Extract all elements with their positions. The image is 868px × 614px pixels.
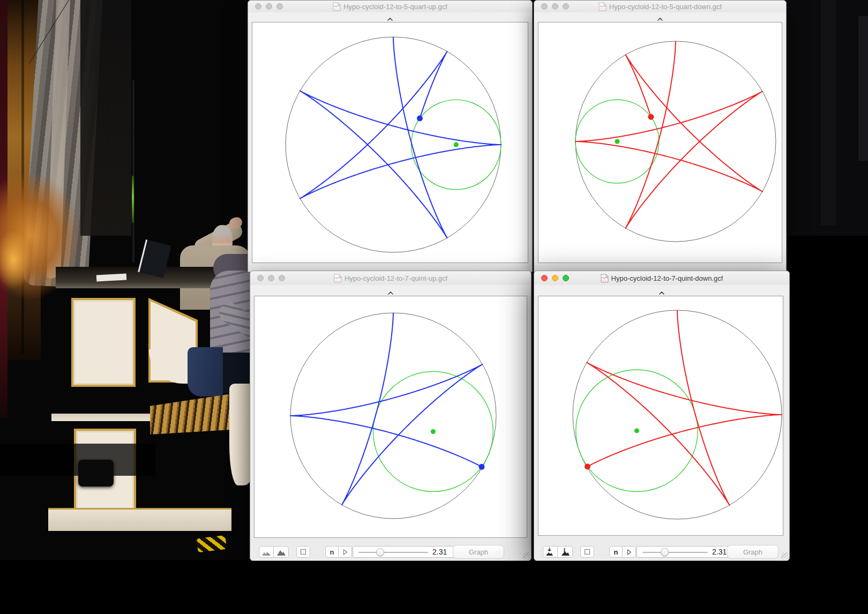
window-quint-up: Hypo-cycloid-12-to-7-quint-up.gcf n xyxy=(250,271,532,561)
graph-canvas[interactable] xyxy=(538,22,782,263)
photo-curtain-shadow xyxy=(80,0,131,236)
window-quart-up: Hypo-cycloid-12-to-5-quart-up.gcf xyxy=(248,0,533,272)
photo-mic-stand xyxy=(132,80,134,263)
photo-light-dot xyxy=(48,515,52,519)
zoom-button[interactable] xyxy=(563,275,569,281)
n-slider[interactable]: 2.31 xyxy=(353,546,469,558)
chevron-up-icon[interactable] xyxy=(657,18,663,21)
chevron-up-icon[interactable] xyxy=(387,291,394,295)
hypocycloid-plot xyxy=(538,23,782,263)
slider-thumb[interactable] xyxy=(376,548,384,556)
hypocycloid-plot xyxy=(538,296,783,535)
titlebar[interactable]: Hypo-cycloid-12-to-7-quint-down.gcf xyxy=(534,271,789,286)
hypocycloid-plot xyxy=(255,296,527,537)
parameter-n-label: n xyxy=(614,548,618,556)
toolbar: n 2.31 Graph xyxy=(534,545,789,559)
animate-button[interactable] xyxy=(623,546,636,558)
graph-document-icon xyxy=(601,274,609,283)
square-outline-icon xyxy=(300,549,306,555)
frame-toggle-button[interactable] xyxy=(296,546,310,558)
chevron-up-icon[interactable] xyxy=(659,291,665,295)
increase-resolution-button[interactable] xyxy=(274,546,289,558)
traffic-lights xyxy=(257,275,285,281)
graph-canvas[interactable] xyxy=(538,296,783,536)
mountain-peak-icon xyxy=(276,548,286,556)
parameter-n-button[interactable]: n xyxy=(609,546,623,558)
n-value: 2.31 xyxy=(712,548,727,556)
decrease-resolution-button[interactable] xyxy=(259,546,274,558)
slider-track[interactable] xyxy=(358,552,428,553)
graph-document-icon xyxy=(598,2,607,11)
zoom-button[interactable] xyxy=(276,3,283,10)
equation-pane-strip xyxy=(534,285,789,296)
minimize-button[interactable] xyxy=(266,3,272,10)
animate-button[interactable] xyxy=(339,546,352,558)
mountains-small-icon xyxy=(261,548,271,556)
minimize-button[interactable] xyxy=(552,3,558,10)
minimize-button[interactable] xyxy=(552,275,558,281)
window-title: Hypo-cycloid-12-to-5-quart-down.gcf xyxy=(609,3,722,11)
traffic-lights xyxy=(541,275,569,281)
square-outline-icon xyxy=(584,549,590,555)
resize-grip[interactable] xyxy=(523,552,530,559)
titlebar[interactable]: Hypo-cycloid-12-to-5-quart-down.gcf xyxy=(534,1,786,13)
slider-track[interactable] xyxy=(642,552,708,553)
traffic-lights xyxy=(255,3,283,10)
window-title: Hypo-cycloid-12-to-7-quint-down.gcf xyxy=(611,274,723,282)
photo-green-glint xyxy=(132,176,134,223)
graph-button-label: Graph xyxy=(469,548,488,556)
zoom-button[interactable] xyxy=(279,275,285,281)
resize-grip[interactable] xyxy=(781,552,788,559)
equation-pane-strip xyxy=(250,285,531,296)
graph-document-icon xyxy=(334,274,342,283)
close-button[interactable] xyxy=(541,275,548,281)
titlebar[interactable]: Hypo-cycloid-12-to-5-quart-up.gcf xyxy=(248,1,532,13)
close-button[interactable] xyxy=(541,3,548,10)
zoom-button[interactable] xyxy=(563,3,569,10)
close-button[interactable] xyxy=(255,3,261,10)
equation-pane-strip xyxy=(534,12,786,22)
toolbar: n 2.31 Graph xyxy=(250,545,531,559)
window-quart-down: Hypo-cycloid-12-to-5-quart-down.gcf xyxy=(534,0,787,272)
window-quint-down: Hypo-cycloid-12-to-7-quint-down.gcf n xyxy=(534,271,790,561)
mountain-arrow-down-icon xyxy=(545,548,555,556)
decrease-resolution-button[interactable] xyxy=(543,546,558,558)
titlebar[interactable]: Hypo-cycloid-12-to-7-quint-up.gcf xyxy=(250,271,531,286)
graph-button-label: Graph xyxy=(743,548,762,556)
photo-stage-shadow xyxy=(0,444,155,476)
mountain-arrow-updown-icon xyxy=(560,548,570,556)
parameter-n-label: n xyxy=(330,548,334,556)
chevron-up-icon[interactable] xyxy=(387,18,393,21)
hypocycloid-plot xyxy=(252,23,528,263)
n-value: 2.31 xyxy=(432,548,447,556)
frame-toggle-button[interactable] xyxy=(580,546,594,558)
graph-document-icon xyxy=(333,2,341,11)
traffic-lights xyxy=(541,3,569,10)
parameter-n-button[interactable]: n xyxy=(325,546,339,558)
backdrop-right-pillar xyxy=(821,0,836,225)
photo-jeans xyxy=(188,347,223,396)
screen: Hypo-cycloid-12-to-5-quart-up.gcf Hypo-c… xyxy=(0,0,868,614)
window-title: Hypo-cycloid-12-to-5-quart-up.gcf xyxy=(343,3,447,11)
backdrop-right-sliver xyxy=(858,16,868,161)
window-title: Hypo-cycloid-12-to-7-quint-up.gcf xyxy=(345,274,447,282)
graph-button[interactable]: Graph xyxy=(727,545,779,559)
minimize-button[interactable] xyxy=(268,275,274,281)
graph-canvas[interactable] xyxy=(252,22,528,263)
play-outline-icon xyxy=(627,549,632,555)
slider-thumb[interactable] xyxy=(661,548,669,556)
photo-panel-1 xyxy=(71,298,136,387)
graph-button[interactable]: Graph xyxy=(453,545,504,559)
increase-resolution-button[interactable] xyxy=(558,546,573,558)
equation-pane-strip xyxy=(248,12,532,22)
close-button[interactable] xyxy=(257,275,264,281)
play-outline-icon xyxy=(343,549,348,555)
photo-dark-case xyxy=(78,460,114,486)
graph-canvas[interactable] xyxy=(254,296,527,538)
stage-photo xyxy=(0,0,252,560)
